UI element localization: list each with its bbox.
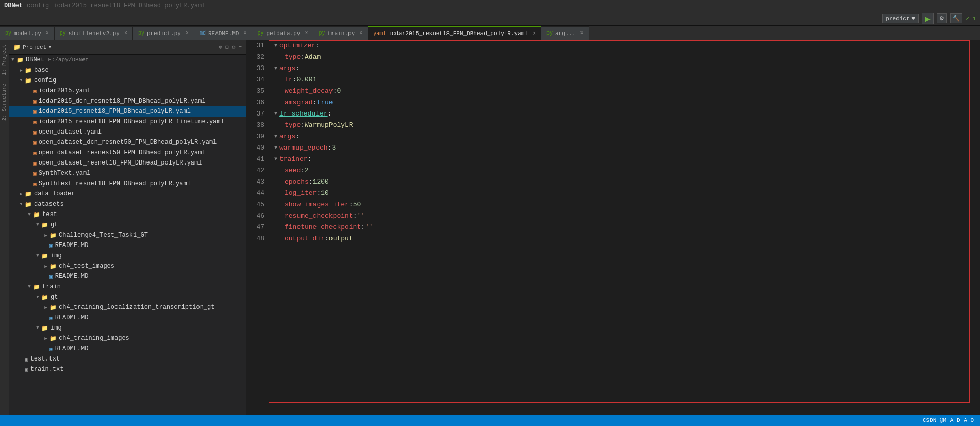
tree-item-readme-train-img[interactable]: ▣ README.MD bbox=[9, 343, 246, 354]
code-token: : bbox=[313, 97, 317, 108]
tab-shufflenetv2-py[interactable]: py shufflenetv2.py × bbox=[55, 26, 133, 40]
tree-item-dcn-yaml[interactable]: ▣ icdar2015_dcn_resnet18_FPN_DBhead_poly… bbox=[9, 96, 246, 106]
tree-item-icdar2015-yaml[interactable]: ▣ icdar2015.yaml bbox=[9, 86, 246, 96]
tree-label: open_dataset_resnet18_FPN_DBhead_polyLR.… bbox=[39, 159, 202, 167]
tree-item-ch4-train-gt[interactable]: ▶ 📁 ch4_training_localization_transcript… bbox=[9, 302, 246, 313]
tree-item-ch4-test-images[interactable]: ▶ 📁 ch4_test_images bbox=[9, 261, 246, 271]
tree-item-resnest-yaml[interactable]: ▣ open_dataset_resnest50_FPN_DBhead_poly… bbox=[9, 148, 246, 158]
tab-close-icon[interactable]: × bbox=[186, 30, 189, 36]
tree-header-icons: ⊕ ⊟ ⚙ − bbox=[219, 44, 242, 51]
tab-close-icon[interactable]: × bbox=[533, 31, 536, 37]
tree-item-finetune-yaml[interactable]: ▣ icdar2015_resnet18_FPN_DBhead_polyLR_f… bbox=[9, 117, 246, 127]
tree-item-readme-test-gt[interactable]: ▣ README.MD bbox=[9, 240, 246, 251]
code-line-44: log_iter: 10 bbox=[274, 188, 980, 199]
build-icon-btn[interactable]: 🔨 bbox=[950, 13, 962, 23]
run-button[interactable]: ▶ bbox=[922, 13, 934, 24]
tree-label: icdar2015_resnet18_FPN_DBhead_polyLR.yam… bbox=[39, 108, 191, 115]
tree-item-open-dcn-yaml[interactable]: ▣ open_dataset_dcn_resnet50_FPN_DBhead_p… bbox=[9, 137, 246, 148]
check-status: ✓ 1 bbox=[966, 15, 976, 22]
tree-item-test-img[interactable]: ▼ 📁 img bbox=[9, 251, 246, 261]
tree-icon-split[interactable]: ⊟ bbox=[225, 44, 229, 51]
tree-item-open-resnet18-yaml[interactable]: ▣ open_dataset_resnet18_FPN_DBhead_polyL… bbox=[9, 158, 246, 168]
tree-item-challenge4[interactable]: ▶ 📁 Challenge4_Test_Task1_GT bbox=[9, 230, 246, 240]
tree-item-test[interactable]: ▼ 📁 test bbox=[9, 209, 246, 220]
tree-icon-minus[interactable]: − bbox=[238, 44, 242, 51]
code-line-45: show_images_iter: 50 bbox=[274, 199, 980, 210]
tab-close-icon[interactable]: × bbox=[46, 30, 49, 36]
code-token: seed bbox=[285, 165, 301, 176]
tab-getdata-py[interactable]: py getdata.py × bbox=[252, 26, 313, 40]
tab-arg[interactable]: py arg... × bbox=[541, 26, 589, 40]
yaml-file-icon: ▣ bbox=[33, 181, 37, 187]
expand-arrow: ▼ bbox=[34, 325, 41, 331]
expand-arrow: ▶ bbox=[42, 305, 49, 310]
settings-icon-btn[interactable]: ⚙ bbox=[937, 13, 947, 23]
py-icon: py bbox=[138, 30, 144, 36]
expand-arrow: ▼ bbox=[34, 253, 41, 258]
tab-label: shufflenetv2.py bbox=[69, 30, 120, 37]
folder-icon: 📁 bbox=[25, 201, 32, 208]
tree-label: train.txt bbox=[30, 366, 64, 373]
code-token: weight_decay bbox=[285, 86, 333, 97]
tree-header: 📁 Project ▾ ⊕ ⊟ ⚙ − bbox=[9, 40, 246, 55]
tab-label: getdata.py bbox=[266, 30, 300, 37]
tree-item-train[interactable]: ▼ 📁 train bbox=[9, 282, 246, 292]
fold-icon-33: ▼ bbox=[274, 63, 277, 74]
tree-label: open_dataset.yaml bbox=[39, 128, 102, 136]
tree-label: config bbox=[34, 77, 56, 84]
tab-train-py[interactable]: py train.py × bbox=[313, 26, 368, 40]
tree-label: README.MD bbox=[55, 314, 89, 321]
tree-item-train-txt[interactable]: ▣ train.txt bbox=[9, 364, 246, 374]
tab-close-icon[interactable]: × bbox=[580, 30, 584, 36]
py-icon: py bbox=[319, 30, 325, 36]
editor-content: 31 32 33 34 35 36 37 38 39 40 41 42 43 4… bbox=[246, 40, 980, 415]
tree-item-data-loader[interactable]: ▶ 📁 data_loader bbox=[9, 189, 246, 199]
tree-item-readme-test-img[interactable]: ▣ README.MD bbox=[9, 271, 246, 282]
tree-item-train-img[interactable]: ▼ 📁 img bbox=[9, 323, 246, 333]
tree-item-open-dataset-yaml[interactable]: ▣ open_dataset.yaml bbox=[9, 127, 246, 137]
tree-item-synthtext-yaml[interactable]: ▣ SynthText.yaml bbox=[9, 168, 246, 178]
tree-item-test-txt[interactable]: ▣ test.txt bbox=[9, 354, 246, 364]
tree-item-test-gt[interactable]: ▼ 📁 gt bbox=[9, 220, 246, 230]
fold-icon-41: ▼ bbox=[274, 154, 277, 165]
tree-item-datasets[interactable]: ▼ 📁 datasets bbox=[9, 199, 246, 209]
tab-icdar-yaml[interactable]: yaml icdar2015_resnet18_FPN_DBhead_polyL… bbox=[368, 26, 541, 40]
code-token: : bbox=[301, 120, 305, 131]
tree-item-selected-yaml[interactable]: ▣ icdar2015_resnet18_FPN_DBhead_polyLR.y… bbox=[9, 106, 246, 117]
tab-close-icon[interactable]: × bbox=[305, 30, 308, 36]
code-token: 2 bbox=[305, 165, 309, 176]
code-line-41: ▼ trainer: bbox=[274, 154, 980, 165]
code-token: '' bbox=[357, 210, 365, 222]
tree-item-base[interactable]: ▶ 📁 base bbox=[9, 65, 246, 75]
code-token: : bbox=[325, 233, 329, 244]
tree-item-config[interactable]: ▼ 📁 config bbox=[9, 75, 246, 86]
code-token: finetune_checkpoint bbox=[285, 222, 361, 233]
structure-label[interactable]: 2: Structure bbox=[2, 79, 7, 125]
tab-close-icon[interactable]: × bbox=[243, 30, 246, 36]
tab-label: model.py bbox=[14, 30, 41, 37]
tree-item-synthtext-resnet-yaml[interactable]: ▣ SynthText_resnet18_FPN_DBhead_polyLR.y… bbox=[9, 178, 246, 189]
tab-predict-py[interactable]: py predict.py × bbox=[133, 26, 194, 40]
tree-item-readme-train-gt[interactable]: ▣ README.MD bbox=[9, 313, 246, 323]
tab-readme-md[interactable]: md README.MD × bbox=[194, 26, 252, 40]
tree-label: open_dataset_dcn_resnet50_FPN_DBhead_pol… bbox=[39, 139, 217, 146]
md-icon: md bbox=[200, 30, 206, 36]
run-dropdown[interactable]: predict ▼ bbox=[882, 14, 919, 23]
tab-model-py[interactable]: py model.py × bbox=[0, 26, 55, 40]
tab-close-icon[interactable]: × bbox=[359, 30, 362, 36]
tree-item-dbnet[interactable]: ▼ 📁 DBNet F:/apy/DBNet bbox=[9, 55, 246, 65]
tree-icon-globe[interactable]: ⊕ bbox=[219, 44, 223, 51]
tab-label: predict.py bbox=[147, 30, 181, 37]
project-label[interactable]: 1: Project bbox=[2, 40, 7, 79]
tree-item-ch4-train-images[interactable]: ▶ 📁 ch4_training_images bbox=[9, 333, 246, 343]
tree-icon-settings[interactable]: ⚙ bbox=[232, 44, 236, 51]
yaml-file-icon: ▣ bbox=[33, 129, 37, 136]
code-token: warmup_epoch bbox=[279, 142, 328, 154]
tree-label: icdar2015_dcn_resnet18_FPN_DBhead_polyLR… bbox=[39, 97, 206, 105]
code-token: log_iter bbox=[285, 188, 317, 199]
code-body[interactable]: ▼ optimizer: type: Adam ▼ args: bbox=[269, 40, 980, 415]
folder-icon: 📁 bbox=[25, 77, 32, 84]
tab-close-icon[interactable]: × bbox=[124, 30, 127, 36]
code-line-38: type: WarmupPolyLR bbox=[274, 120, 980, 131]
tree-item-train-gt[interactable]: ▼ 📁 gt bbox=[9, 292, 246, 302]
